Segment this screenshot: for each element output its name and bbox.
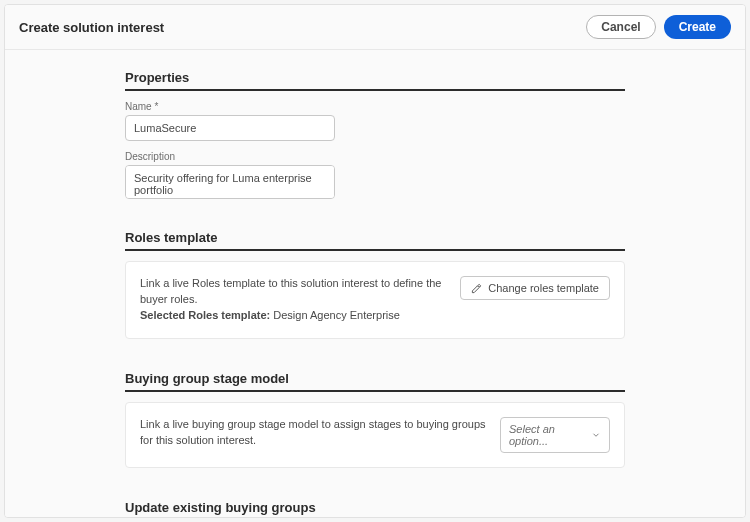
create-solution-interest-dialog: Create solution interest Cancel Create P… xyxy=(4,4,746,518)
section-title-roles: Roles template xyxy=(125,222,625,249)
header-actions: Cancel Create xyxy=(586,15,731,39)
name-label: Name xyxy=(125,101,625,112)
roles-template-card: Link a live Roles template to this solut… xyxy=(125,261,625,339)
section-title-stage: Buying group stage model xyxy=(125,363,625,390)
dialog-header: Create solution interest Cancel Create xyxy=(5,5,745,50)
chevron-down-icon xyxy=(591,430,601,440)
roles-selected-line: Selected Roles template: Design Agency E… xyxy=(140,308,448,324)
stage-model-card: Link a live buying group stage model to … xyxy=(125,402,625,468)
pencil-icon xyxy=(471,283,482,294)
section-title-update: Update existing buying groups xyxy=(125,492,625,517)
section-title-properties: Properties xyxy=(125,62,625,89)
form-inner: Properties Name Description Roles templa… xyxy=(125,62,625,517)
change-roles-template-button[interactable]: Change roles template xyxy=(460,276,610,300)
create-button[interactable]: Create xyxy=(664,15,731,39)
change-roles-label: Change roles template xyxy=(488,282,599,294)
name-input[interactable] xyxy=(125,115,335,141)
section-rule xyxy=(125,390,625,392)
roles-help-text: Link a live Roles template to this solut… xyxy=(140,276,448,308)
description-input[interactable] xyxy=(125,165,335,199)
cancel-button[interactable]: Cancel xyxy=(586,15,655,39)
dialog-title: Create solution interest xyxy=(19,20,164,35)
description-field: Description xyxy=(125,151,625,202)
stage-model-select[interactable]: Select an option... xyxy=(500,417,610,453)
description-label: Description xyxy=(125,151,625,162)
section-rule xyxy=(125,89,625,91)
roles-selected-value: Design Agency Enterprise xyxy=(273,309,400,321)
stage-select-placeholder: Select an option... xyxy=(509,423,591,447)
roles-selected-label: Selected Roles template: xyxy=(140,309,270,321)
section-rule xyxy=(125,249,625,251)
stage-text: Link a live buying group stage model to … xyxy=(140,417,488,449)
roles-text: Link a live Roles template to this solut… xyxy=(140,276,448,324)
dialog-body[interactable]: Properties Name Description Roles templa… xyxy=(5,50,745,517)
name-field: Name xyxy=(125,101,625,141)
stage-help-text: Link a live buying group stage model to … xyxy=(140,417,488,449)
